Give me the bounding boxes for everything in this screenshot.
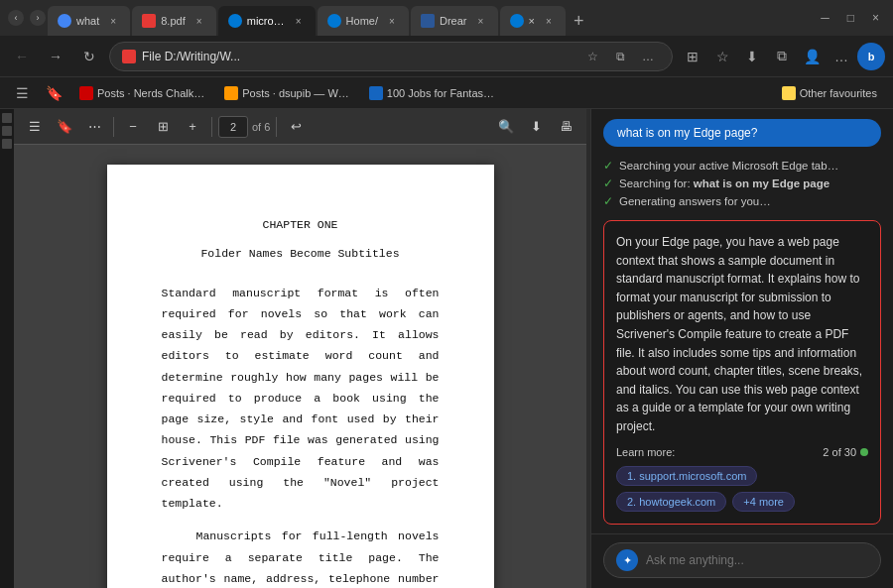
tab-4-label: Home/ [346,15,378,27]
panel-icon-1 [2,113,12,123]
status-text-3: Generating answers for you… [619,195,771,207]
nav-forward-btn[interactable]: › [30,10,46,26]
check-icon-1: ✓ [603,159,613,173]
pdf-paragraph-1: Standard manuscript format is often requ… [162,283,440,515]
tab-5[interactable]: Drear × [411,6,498,36]
pdf-download-btn[interactable]: ⬇ [523,114,549,140]
address-tab-btn[interactable]: ⧉ [608,45,632,68]
copilot-input-wrap: ✦ [603,542,881,578]
tab-4-close[interactable]: × [385,14,399,28]
refresh-button[interactable]: ↻ [75,43,103,70]
pdf-separator-3 [276,117,277,137]
address-text: File D:/Writing/W... [142,50,574,63]
bookmark-nerds[interactable]: Posts · Nerds Chalk… [71,83,212,103]
address-more-btn[interactable]: … [636,45,660,68]
tab-favicon-edge-4 [327,14,341,28]
more-sources-label: +4 more [743,496,784,508]
more-sources-chip[interactable]: +4 more [732,492,795,512]
answer-text: On your Edge page, you have a web page c… [616,233,868,436]
pdf-print-btn[interactable]: 🖶 [553,114,578,140]
tab-1-close[interactable]: × [106,14,120,28]
tab-2[interactable]: 8.pdf × [132,6,215,36]
status-text-2: Searching for: what is on my Edge page [619,177,829,189]
close-button[interactable]: × [866,9,885,27]
tab-3-label: micro… [247,15,285,27]
panel-icon-3 [2,139,12,149]
profile-btn[interactable]: 👤 [798,43,826,70]
tab-3-close[interactable]: × [292,14,306,28]
tab-2-label: 8.pdf [161,15,185,27]
other-favourites[interactable]: Other favourites [774,83,885,103]
copilot-query-button[interactable]: what is on my Edge page? [603,119,881,147]
tab-bar-left: ‹ › [8,10,46,26]
address-input[interactable]: File D:/Writing/W... ☆ ⧉ … [109,42,673,71]
back-button[interactable]: ← [8,43,36,70]
tab-favicon-edge [228,14,242,28]
extensions-btn[interactable]: ⧉ [768,43,796,70]
bookmarks-more: Other favourites [774,83,885,103]
copilot-input-area: ✦ [591,533,893,588]
status-item-1: ✓ Searching your active Microsoft Edge t… [603,157,881,175]
address-bar: ← → ↻ File D:/Writing/W... ☆ ⧉ … ⊞ ☆ ⬇ ⧉… [0,36,893,77]
source-chip-2[interactable]: 2. howtogeek.com [616,492,726,512]
bing-copilot-btn[interactable]: b [857,43,885,70]
status-list: ✓ Searching your active Microsoft Edge t… [603,157,881,210]
page-count: 2 of 30 [823,446,868,458]
pdf-more-btn[interactable]: ⋯ [81,114,107,140]
pdf-page-input[interactable] [218,116,248,138]
pdf-viewer: ☰ 🔖 ⋯ − ⊞ + of 6 ↩ 🔍 ⬇ 🖶 CHAPTER ONE Fol… [14,109,586,588]
address-star-btn[interactable]: ☆ [580,45,604,68]
learn-more-label: Learn more: [616,446,675,458]
pdf-zoom-in-btn[interactable]: + [180,114,205,140]
downloads-btn[interactable]: ⬇ [738,43,766,70]
pdf-page: CHAPTER ONE Folder Names Become Subtitle… [107,165,494,588]
toolbar-icons: ⊞ ☆ ⬇ ⧉ 👤 … b [679,43,885,70]
pdf-zoom-out-btn[interactable]: − [120,114,146,140]
tab-favicon-chrome [58,14,71,28]
minimize-button[interactable]: ─ [815,9,835,27]
tab-3-active[interactable]: micro… × [218,6,316,36]
pdf-separator-2 [211,117,212,137]
status-item-2: ✓ Searching for: what is on my Edge page [603,175,881,192]
tab-5-close[interactable]: × [474,14,488,28]
bookmark-favicon-s [224,86,238,100]
collections-btn[interactable]: ⊞ [679,43,706,70]
source-chip-1[interactable]: 1. support.microsoft.com [616,466,757,486]
add-tab-button[interactable]: + [568,6,590,36]
maximize-button[interactable]: □ [841,9,860,27]
pdf-search-btn[interactable]: 🔍 [493,114,519,140]
settings-btn[interactable]: … [828,43,855,70]
tab-4[interactable]: Home/ × [318,6,409,36]
tab-favicon-edge-6 [510,14,524,28]
bookmark-nerds-label: Posts · Nerds Chalk… [97,87,204,99]
forward-button[interactable]: → [42,43,69,70]
main-content: ☰ 🔖 ⋯ − ⊞ + of 6 ↩ 🔍 ⬇ 🖶 CHAPTER ONE Fol… [0,109,893,588]
nav-back-btn[interactable]: ‹ [8,10,24,26]
other-favourites-label: Other favourites [800,87,877,99]
sidebar-toggle-btn[interactable]: ☰ [8,79,36,107]
tab-2-close[interactable]: × [192,14,206,28]
status-item-3: ✓ Generating answers for you… [603,192,881,210]
favorites-btn[interactable]: ☆ [708,43,736,70]
left-panel [0,109,14,588]
pdf-bookmark-btn[interactable]: 🔖 [52,114,77,140]
pdf-content[interactable]: CHAPTER ONE Folder Names Become Subtitle… [14,145,586,588]
tab-1[interactable]: what × [48,6,130,36]
tab-6[interactable]: × × [500,6,566,36]
tab-6-close[interactable]: × [542,14,556,28]
browser-chrome: ‹ › what × 8.pdf × micro… × Home/ × [0,0,893,109]
pdf-toc-btn[interactable]: ☰ [22,114,48,140]
pdf-fit-btn[interactable]: ⊞ [150,114,176,140]
pdf-page-total: of 6 [252,121,270,133]
bookmark-posts[interactable]: Posts · dsupib — W… [216,83,357,103]
pdf-subtitle: Folder Names Become Subtitles [162,243,440,264]
folder-icon [782,86,796,100]
bookmarks-icon-btn[interactable]: 🔖 [40,79,67,107]
copilot-input[interactable] [646,553,868,567]
pdf-prev-btn[interactable]: ↩ [283,114,309,140]
check-icon-2: ✓ [603,176,613,190]
bookmark-100jobs[interactable]: 100 Jobs for Fantas… [361,83,502,103]
source-chip-1-label: 1. support.microsoft.com [627,470,746,482]
panel-icon-2 [2,126,12,136]
tab-6-label: × [529,15,535,27]
